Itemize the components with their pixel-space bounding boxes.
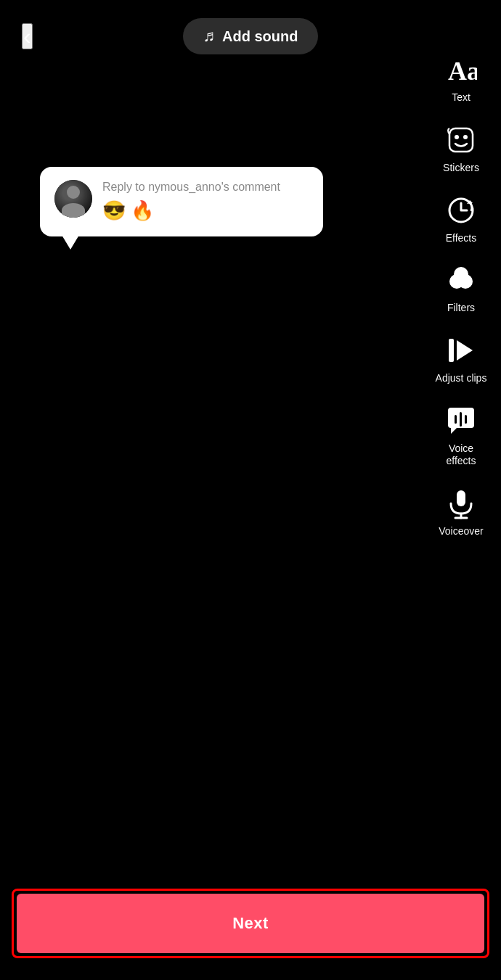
svg-rect-1	[449, 128, 473, 152]
svg-rect-12	[460, 412, 462, 427]
voiceover-label: Voiceover	[439, 525, 483, 538]
tool-effects[interactable]: Effects	[421, 184, 501, 252]
tool-voice-effects[interactable]: Voice effects	[421, 395, 501, 474]
svg-marker-10	[457, 340, 473, 361]
svg-rect-14	[457, 490, 465, 506]
tool-text[interactable]: Aa Text	[421, 44, 501, 111]
svg-point-2	[455, 135, 459, 139]
svg-text:Aa: Aa	[448, 57, 477, 86]
svg-rect-9	[449, 339, 454, 362]
stickers-label: Stickers	[443, 162, 479, 174]
add-sound-button[interactable]: ♬ Add sound	[183, 18, 319, 54]
svg-rect-13	[465, 415, 467, 424]
voice-effects-icon	[442, 402, 480, 440]
comment-content: Reply to nymous_anno's comment 😎 🔥	[102, 180, 309, 222]
next-button-wrapper: Next	[12, 889, 489, 958]
voiceover-icon	[442, 485, 480, 522]
stickers-icon	[442, 121, 480, 159]
text-icon: Aa	[442, 51, 480, 88]
comment-bubble: Reply to nymous_anno's comment 😎 🔥	[40, 167, 323, 236]
text-label: Text	[452, 91, 471, 104]
svg-rect-11	[455, 415, 457, 424]
tool-adjust-clips[interactable]: Adjust clips	[421, 324, 501, 392]
filters-icon	[442, 261, 480, 299]
filters-label: Filters	[447, 302, 475, 314]
svg-point-3	[463, 135, 468, 139]
back-button[interactable]: ‹	[22, 23, 33, 49]
right-toolbar: Aa Text Stickers	[421, 44, 501, 544]
avatar-image	[54, 180, 92, 218]
next-button[interactable]: Next	[17, 894, 484, 953]
music-icon: ♬	[203, 27, 216, 46]
svg-point-8	[454, 267, 468, 281]
effects-icon	[442, 192, 480, 229]
comment-emojis: 😎 🔥	[102, 199, 309, 222]
tool-filters[interactable]: Filters	[421, 254, 501, 321]
adjust-clips-icon	[442, 332, 480, 369]
tool-stickers[interactable]: Stickers	[421, 114, 501, 181]
adjust-clips-label: Adjust clips	[436, 372, 487, 384]
effects-label: Effects	[446, 232, 477, 244]
comment-reply-text: Reply to nymous_anno's comment	[102, 180, 309, 195]
avatar	[54, 180, 92, 218]
tool-voiceover[interactable]: Voiceover	[421, 477, 501, 545]
add-sound-label: Add sound	[222, 28, 298, 45]
voice-effects-label: Voice effects	[447, 442, 476, 467]
